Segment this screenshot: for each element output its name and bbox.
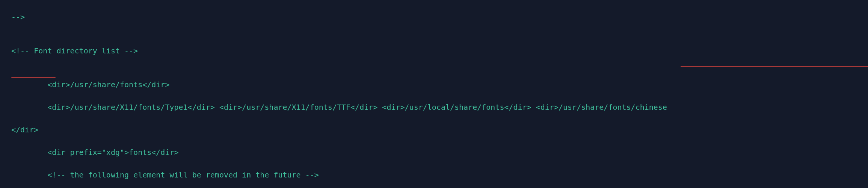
code-line: </dir> [11,124,857,135]
code-line: <!-- the following element will be remov… [11,169,857,180]
code-line: --> [11,11,857,23]
code-editor[interactable]: --> <!-- Font directory list --> <dir>/u… [0,0,868,188]
code-line: <dir>/usr/share/fonts</dir> [11,79,857,90]
code-line: <!-- Font directory list --> [11,45,857,56]
code-line: <dir prefix="xdg">fonts</dir> [11,147,857,158]
highlight-underline [681,66,868,67]
highlight-underline [11,77,56,78]
code-line: <dir>/usr/share/X11/fonts/Type1</dir> <d… [11,102,857,113]
